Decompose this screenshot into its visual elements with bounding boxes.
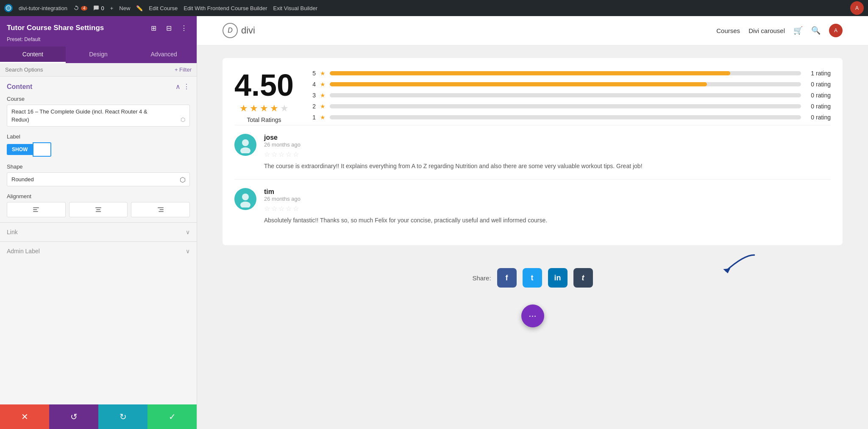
save-button[interactable]: ✓ — [147, 404, 197, 429]
share-section: Share: f t in t — [223, 255, 843, 296]
star-small-1: ★ — [320, 114, 326, 121]
review-content-tim: tim 26 months ago ☆ ☆ ☆ ☆ ☆ Absolutely f… — [264, 188, 831, 225]
reviewer-avatar-jose — [234, 134, 256, 156]
logo-circle: D — [223, 23, 238, 38]
share-tumblr-button[interactable]: t — [573, 268, 593, 288]
bar-bg-2 — [330, 104, 801, 108]
show-badge: SHOW — [7, 144, 33, 155]
bar-bg-4 — [330, 82, 801, 86]
filter-button[interactable]: + Filter — [175, 66, 192, 73]
rating-count-3: 0 rating — [805, 92, 831, 99]
share-facebook-button[interactable]: f — [497, 268, 517, 288]
review-card-jose: jose 26 months ago ☆ ☆ ☆ ☆ ☆ The course … — [234, 125, 831, 179]
link-section: Link ∨ — [0, 222, 197, 241]
rating-count-2: 0 rating — [805, 103, 831, 110]
label-field: Label SHOW — [0, 132, 197, 162]
align-center-button[interactable] — [69, 202, 128, 217]
svg-point-13 — [240, 202, 250, 208]
link-chevron-icon: ∨ — [186, 229, 190, 235]
section-collapse-btn[interactable]: ∧ — [175, 83, 181, 91]
review-time-jose: 26 months ago — [264, 141, 831, 148]
svg-point-11 — [240, 147, 250, 153]
admin-label-section-header[interactable]: Admin Label ∨ — [7, 242, 190, 260]
arrow-annotation — [715, 251, 758, 278]
label-field-label: Label — [7, 133, 190, 140]
course-field: Course React 16 – The Complete Guide (in… — [0, 94, 197, 132]
nav-courses[interactable]: Courses — [716, 27, 740, 34]
align-right-button[interactable] — [131, 202, 190, 217]
content-section-title: Content — [7, 83, 32, 91]
rating-row-5: 5 ★ 1 rating — [311, 70, 831, 77]
color-swatch[interactable] — [33, 142, 51, 157]
link-section-header[interactable]: Link ∨ — [7, 223, 190, 241]
settings-panel: Tutor Course Share Settings ⊞ ⊟ ⋮ Preset… — [0, 16, 197, 429]
rating-row-4: 4 ★ 0 rating — [311, 81, 831, 88]
admin-label-title: Admin Label — [7, 248, 40, 255]
star-small-3: ★ — [320, 92, 326, 99]
review-stars-jose: ☆ ☆ ☆ ☆ ☆ — [264, 150, 831, 158]
reviewer-name-tim: tim — [264, 188, 831, 196]
site-nav: Courses Divi carousel 🛒 🔍 A — [716, 24, 843, 37]
admin-bar-site[interactable]: divi-tutor-integration — [19, 5, 67, 11]
bar-bg-5 — [330, 71, 801, 75]
star-small-5: ★ — [320, 70, 326, 77]
admin-avatar[interactable]: A — [850, 1, 864, 15]
review-content-jose: jose 26 months ago ☆ ☆ ☆ ☆ ☆ The course … — [264, 134, 831, 171]
site-logo: D divi — [223, 23, 255, 38]
admin-bar-exit-builder[interactable]: Exit Visual Builder — [273, 5, 317, 11]
star-5: ★ — [280, 103, 289, 114]
rating-stars-row: ★ ★ ★ ★ ★ — [234, 103, 294, 114]
align-left-button[interactable] — [7, 202, 66, 217]
alignment-label: Alignment — [7, 193, 190, 199]
course-select[interactable]: React 16 – The Complete Guide (incl. Rea… — [7, 105, 190, 127]
admin-bar-updates[interactable]: 4 — [73, 5, 88, 11]
total-ratings-label: Total Ratings — [234, 116, 294, 123]
share-twitter-button[interactable]: t — [523, 268, 542, 288]
bar-bg-1 — [330, 115, 801, 119]
admin-bar-edit-frontend[interactable]: Edit With Frontend Course Builder — [184, 5, 267, 11]
user-avatar[interactable]: A — [829, 24, 843, 37]
shape-label: Shape — [7, 163, 190, 170]
big-rating-score: 4.50 — [234, 70, 294, 100]
shape-select[interactable]: Rounded Square Circle — [7, 172, 190, 186]
star-4: ★ — [270, 103, 278, 114]
admin-bar-edit-course[interactable]: Edit Course — [149, 5, 178, 11]
share-linkedin-button[interactable]: in — [548, 268, 568, 288]
redo-button[interactable]: ↻ — [98, 404, 147, 429]
admin-bar-comments[interactable]: 0 — [93, 5, 104, 11]
tab-design[interactable]: Design — [66, 47, 131, 63]
preset-label[interactable]: Preset: Default — [7, 36, 190, 42]
wordpress-icon[interactable] — [4, 4, 13, 12]
tab-content[interactable]: Content — [0, 47, 66, 63]
admin-bar-new[interactable]: New — [119, 5, 130, 11]
undo-button[interactable]: ↺ — [49, 404, 98, 429]
bar-bg-3 — [330, 93, 801, 97]
more-icon[interactable]: ⋮ — [178, 22, 190, 34]
logo-text: divi — [241, 25, 255, 36]
cart-icon[interactable]: 🛒 — [793, 26, 803, 35]
link-section-title: Link — [7, 229, 18, 235]
review-text-jose: The course is extraordinary!! It explain… — [264, 162, 831, 171]
fab-area: ··· — [223, 296, 843, 340]
fab-button[interactable]: ··· — [521, 304, 544, 327]
sidebar-tabs: Content Design Advanced — [0, 47, 197, 63]
star-3: ★ — [260, 103, 268, 114]
review-stars-tim: ☆ ☆ ☆ ☆ ☆ — [264, 205, 831, 213]
star-1: ★ — [239, 103, 248, 114]
search-options-input[interactable] — [5, 66, 171, 73]
search-icon-btn[interactable]: 🔍 — [811, 26, 821, 35]
ratings-card: 4.50 ★ ★ ★ ★ ★ Total Ratings 5 — [223, 58, 843, 245]
resize-icon[interactable]: ⊞ — [147, 22, 159, 34]
cancel-button[interactable]: ✕ — [0, 404, 49, 429]
review-time-tim: 26 months ago — [264, 196, 831, 202]
review-card-tim: tim 26 months ago ☆ ☆ ☆ ☆ ☆ Absolutely f… — [234, 179, 831, 233]
svg-marker-14 — [723, 268, 730, 274]
site-header: D divi Courses Divi carousel 🛒 🔍 A — [197, 16, 868, 45]
grid-icon[interactable]: ⊟ — [163, 22, 175, 34]
tab-advanced[interactable]: Advanced — [131, 47, 197, 63]
admin-label-chevron-icon: ∨ — [186, 248, 190, 255]
section-menu-btn[interactable]: ⋮ — [183, 83, 190, 91]
nav-divi-carousel[interactable]: Divi carousel — [748, 27, 785, 34]
admin-bar-plus-icon: + — [110, 5, 114, 11]
rating-overview-left: 4.50 ★ ★ ★ ★ ★ Total Ratings — [234, 70, 294, 123]
